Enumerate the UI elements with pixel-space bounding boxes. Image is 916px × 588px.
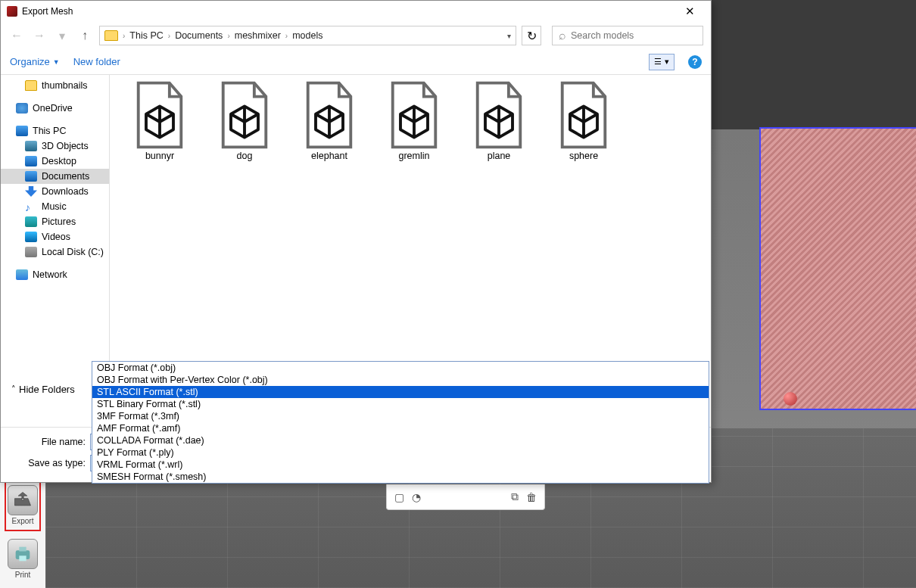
vid-icon: [25, 232, 37, 242]
file-sphere[interactable]: sphere: [541, 79, 626, 167]
address-dropdown-icon[interactable]: ▾: [507, 32, 511, 40]
type-option[interactable]: VRML Format (*.wrl): [92, 459, 709, 471]
tree-item-network[interactable]: Network: [1, 267, 109, 282]
clock-icon[interactable]: ◔: [412, 491, 421, 503]
music-icon: ♪: [25, 201, 37, 212]
svg-rect-3: [19, 555, 26, 561]
breadcrumb[interactable]: models: [292, 30, 322, 41]
tree-item-downloads[interactable]: Downloads: [1, 184, 109, 199]
docs-icon: [25, 171, 37, 182]
breadcrumb[interactable]: meshmixer: [235, 30, 281, 41]
address-bar[interactable]: › This PC › Documents › meshmixer › mode…: [99, 26, 516, 45]
printer-icon: [8, 539, 38, 569]
trash-icon[interactable]: 🗑: [526, 491, 537, 503]
hide-folders-button[interactable]: ˄ Hide Folders: [11, 384, 75, 395]
copy-icon[interactable]: ⧉: [511, 490, 519, 503]
nav-recent-button[interactable]: ▾: [54, 27, 70, 44]
pivot-gizmo[interactable]: [784, 392, 797, 406]
nav-back-button[interactable]: ←: [8, 27, 25, 44]
file-gremlin[interactable]: gremlin: [372, 79, 456, 167]
file-plane[interactable]: plane: [456, 79, 541, 167]
type-option[interactable]: PLY Format (*.ply): [92, 446, 709, 459]
nav-up-button[interactable]: ↑: [76, 27, 93, 44]
view-mode-button[interactable]: ☰ ▾: [649, 54, 675, 70]
cube-icon[interactable]: ▢: [394, 491, 404, 503]
tree-item-3d-objects[interactable]: 3D Objects: [1, 138, 109, 154]
window-title: Export Mesh: [22, 6, 675, 17]
titlebar[interactable]: Export Mesh ✕: [1, 1, 711, 22]
tree-item-onedrive[interactable]: OneDrive: [1, 101, 109, 116]
new-folder-button[interactable]: New folder: [73, 56, 120, 67]
disk-icon: [25, 247, 37, 257]
organize-menu[interactable]: Organize▼: [10, 56, 60, 67]
net-icon: [16, 269, 28, 280]
search-input[interactable]: [571, 30, 696, 41]
desk-icon: [25, 156, 37, 166]
tree-item-local-disk-c-[interactable]: Local Disk (C:): [1, 244, 109, 260]
breadcrumb[interactable]: This PC: [129, 30, 163, 41]
savetype-dropdown[interactable]: OBJ Format (*.obj)OBJ Format with Per-Ve…: [92, 361, 709, 484]
chevron-up-icon: ˄: [11, 384, 16, 394]
type-option[interactable]: 3MF Format (*.3mf): [92, 410, 709, 422]
file-elephant[interactable]: elephant: [287, 79, 372, 167]
tree-item-videos[interactable]: Videos: [1, 229, 109, 244]
help-button[interactable]: ?: [688, 55, 702, 69]
obj3d-icon: [25, 141, 37, 151]
tree-item-music[interactable]: ♪Music: [1, 199, 109, 214]
export-icon: [8, 485, 38, 515]
mesh-object[interactable]: [761, 129, 916, 409]
object-browser-footer: ▢ ◔ ⧉ 🗑: [386, 484, 545, 510]
search-box[interactable]: ⌕: [552, 26, 703, 45]
tree-item-desktop[interactable]: Desktop: [1, 154, 109, 169]
refresh-button[interactable]: ↻: [522, 26, 541, 45]
nav-forward-button[interactable]: →: [31, 27, 48, 44]
app-icon: [7, 6, 17, 17]
pic-icon: [25, 216, 37, 227]
filename-label: File name:: [11, 437, 90, 447]
file-bunnyr[interactable]: bunnyr: [117, 79, 202, 167]
tree-item-pictures[interactable]: Pictures: [1, 214, 109, 229]
type-option[interactable]: STL Binary Format (*.stl): [92, 398, 709, 410]
type-option[interactable]: OBJ Format with Per-Vertex Color (*.obj): [92, 374, 709, 386]
savetype-label: Save as type:: [11, 458, 90, 468]
export-dialog: Export Mesh ✕ ← → ▾ ↑ › This PC › Docume…: [0, 0, 712, 483]
search-icon: ⌕: [559, 29, 566, 42]
close-button[interactable]: ✕: [675, 5, 705, 18]
folder-icon: [25, 80, 37, 91]
type-option[interactable]: COLLADA Format (*.dae): [92, 434, 709, 446]
type-option[interactable]: STL ASCII Format (*.stl): [92, 386, 709, 398]
type-option[interactable]: OBJ Format (*.obj): [92, 362, 709, 374]
export-button[interactable]: Export: [5, 481, 41, 531]
breadcrumb[interactable]: Documents: [175, 30, 223, 41]
pc-icon: [16, 126, 28, 136]
down-icon: [25, 186, 37, 197]
svg-rect-2: [19, 547, 26, 552]
file-dog[interactable]: dog: [202, 79, 287, 167]
tree-item-documents[interactable]: Documents: [1, 169, 109, 184]
onedrive-icon: [16, 103, 28, 114]
type-option[interactable]: AMF Format (*.amf): [92, 422, 709, 434]
print-button[interactable]: Print: [5, 536, 41, 583]
tree-item-thumbnails[interactable]: thumbnails: [1, 78, 109, 93]
folder-icon: [104, 30, 118, 41]
type-option[interactable]: SMESH Format (*.smesh): [92, 471, 709, 483]
tree-item-this-pc[interactable]: This PC: [1, 123, 109, 138]
